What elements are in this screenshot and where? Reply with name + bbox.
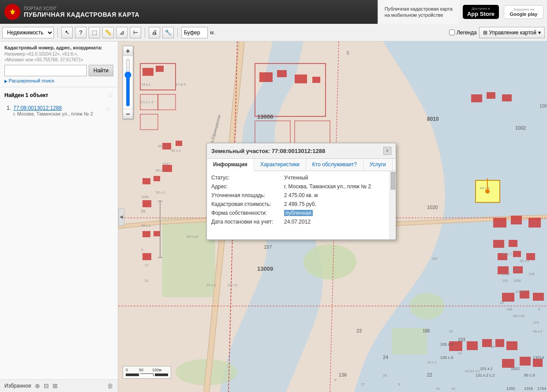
map-container[interactable]: 13008 8010 1001 13009 1020 1002 23 24 15… <box>118 41 547 392</box>
svg-text:186: 186 <box>423 329 430 333</box>
svg-rect-23 <box>154 176 160 181</box>
svg-text:53 с.1: 53 с.1 <box>156 190 165 194</box>
result-star-icon[interactable]: ☆ <box>105 105 111 112</box>
cursor-tool-btn[interactable]: ↖ <box>61 27 73 38</box>
svg-text:4: 4 <box>334 378 337 382</box>
legend-label[interactable]: Легенда <box>457 30 477 36</box>
svg-rect-52 <box>520 357 531 366</box>
cadastral-cost-value: 2 499.75 руб. <box>284 201 316 207</box>
appstore-name-label: App Store <box>467 11 495 17</box>
manage-map-button[interactable]: ⊞ Управление картой ▾ <box>479 27 545 38</box>
import-favorite-button[interactable]: ⊞ <box>52 382 58 389</box>
googleplay-sub-label: Загрузите на <box>513 7 534 11</box>
svg-text:54: 54 <box>458 351 462 355</box>
svg-text:24: 24 <box>383 355 388 360</box>
popup-title: Земельный участок: 77:08:0013012:1288 <box>211 148 325 154</box>
svg-text:2 к.1 с.1: 2 к.1 с.1 <box>140 100 154 104</box>
svg-text:10131 к.2: 10131 к.2 <box>465 369 480 373</box>
add-favorite-button[interactable]: ⊕ <box>35 382 40 389</box>
info-popup: Земельный участок: 77:08:0013012:1288 × … <box>206 143 396 240</box>
svg-text:139: 139 <box>506 307 513 311</box>
info-tool-btn[interactable]: ? <box>75 27 86 38</box>
scale-bar: 0 50 100м <box>123 366 171 379</box>
tab-who-serves[interactable]: Кто обслуживает? <box>306 159 363 171</box>
svg-text:5: 5 <box>347 51 349 56</box>
realty-type-select[interactable]: Недвижимость <box>2 27 54 38</box>
advanced-search-link[interactable]: Расширенный поиск <box>4 78 113 83</box>
svg-text:1010: 1010 <box>502 272 510 276</box>
svg-rect-48 <box>482 339 492 347</box>
svg-rect-18 <box>312 77 320 83</box>
info-row-cadastral-cost: Кадастровая стоимость: 2 499.75 руб. <box>211 201 391 207</box>
search-row: Найти <box>4 65 113 76</box>
results-star-icon[interactable]: ☆ <box>107 91 113 99</box>
header-logo: ⚜ ПОРТАЛ УСЛУГ ПУБЛИЧНАЯ КАДАСТРОВАЯ КАР… <box>4 4 139 20</box>
svg-rect-24 <box>142 200 151 207</box>
svg-text:1291: 1291 <box>506 386 515 391</box>
tab-characteristics[interactable]: Характеристики <box>254 159 306 171</box>
toolbar-separator-1 <box>57 27 58 38</box>
svg-rect-49 <box>495 339 504 347</box>
svg-text:65 с.1: 65 с.1 <box>156 168 165 172</box>
svg-text:131 к.2 с.2: 131 к.2 с.2 <box>476 373 495 377</box>
chevron-down-icon: ▾ <box>538 30 541 36</box>
svg-text:99 к.2: 99 к.2 <box>533 329 543 333</box>
popup-tabs: Информация Характеристики Кто обслуживае… <box>207 159 396 171</box>
svg-text:14 к.1: 14 к.1 <box>141 82 151 86</box>
svg-text:1017: 1017 <box>162 162 170 166</box>
svg-text:23: 23 <box>356 328 362 333</box>
svg-rect-35 <box>528 218 541 228</box>
measure-tool-btn[interactable]: 📏 <box>102 27 114 38</box>
select-tool-btn[interactable]: ⬚ <box>89 27 100 38</box>
search-button[interactable]: Найти <box>89 65 113 76</box>
popup-scrollbar[interactable] <box>390 171 396 239</box>
svg-text:95 с.9: 95 с.9 <box>524 373 535 377</box>
delete-favorite-button[interactable]: 🗑 <box>107 382 113 389</box>
info-row-status: Статус: Учтенный <box>211 175 391 181</box>
svg-text:119: 119 <box>533 321 539 325</box>
svg-text:36 н.7: 36 н.7 <box>502 252 512 256</box>
svg-text:103: 103 <box>458 337 465 342</box>
address-label: Адрес: <box>211 183 284 190</box>
search-label: Кадастровый номер, адрес, координата: <box>4 45 113 50</box>
svg-rect-15 <box>259 72 273 82</box>
buffer-input[interactable] <box>181 27 208 38</box>
result-cadastral-link[interactable]: 77:08:0013012:1288 <box>13 105 93 111</box>
info-row-address: Адрес: г. Москва, Таманская ул., пляж № … <box>211 183 391 190</box>
svg-text:30: 30 <box>451 387 455 391</box>
svg-text:128: 128 <box>528 272 535 276</box>
zoom-out-button[interactable]: − <box>123 109 133 119</box>
result-details: 77:08:0013012:1288 г. Москва, Таманская … <box>13 105 93 116</box>
tab-information[interactable]: Информация <box>207 159 254 171</box>
googleplay-button[interactable]: Загрузите на Google play <box>504 5 543 19</box>
svg-rect-43 <box>502 293 514 302</box>
portal-label: ПОРТАЛ УСЛУГ <box>24 6 139 11</box>
svg-point-1 <box>303 244 356 280</box>
svg-rect-53 <box>533 359 543 367</box>
ownership-value: публичная <box>284 210 313 216</box>
zoom-in-button[interactable]: + <box>123 46 133 56</box>
export-favorite-button[interactable]: ⊟ <box>44 382 49 389</box>
zoom-range-input[interactable] <box>125 58 131 107</box>
settings-tool-btn[interactable]: 🔧 <box>162 27 174 38</box>
sidebar-toggle-button[interactable]: ◀ <box>118 208 124 226</box>
measure2-tool-btn[interactable]: ⊿ <box>116 27 127 38</box>
appstore-button[interactable]: Доступно в App Store <box>463 5 499 19</box>
result-item[interactable]: 1. 77:08:0013012:1288 г. Москва, Таманск… <box>4 103 113 119</box>
legend-checkbox[interactable] <box>449 30 455 35</box>
search-input[interactable] <box>4 65 87 76</box>
tab-services[interactable]: Услуги <box>363 159 393 171</box>
result-address: г. Москва, Таманская ул., пляж № 2 <box>13 111 93 116</box>
zoom-slider[interactable] <box>123 56 133 109</box>
print-tool-btn[interactable]: 🖨 <box>149 27 160 38</box>
svg-text:1108: 1108 <box>515 290 523 294</box>
sidebar: Кадастровый номер, адрес, координата: На… <box>0 41 118 392</box>
scale-graphic: 0 50 100м <box>126 368 168 377</box>
popup-scrollbar-thumb[interactable] <box>391 172 395 190</box>
toolbar-separator-2 <box>145 27 145 38</box>
svg-text:44 с.4: 44 с.4 <box>480 186 490 190</box>
svg-rect-45 <box>533 293 544 301</box>
svg-rect-4 <box>392 328 427 355</box>
popup-close-button[interactable]: × <box>383 147 391 155</box>
ruler-tool-btn[interactable]: ⊢ <box>130 27 141 38</box>
